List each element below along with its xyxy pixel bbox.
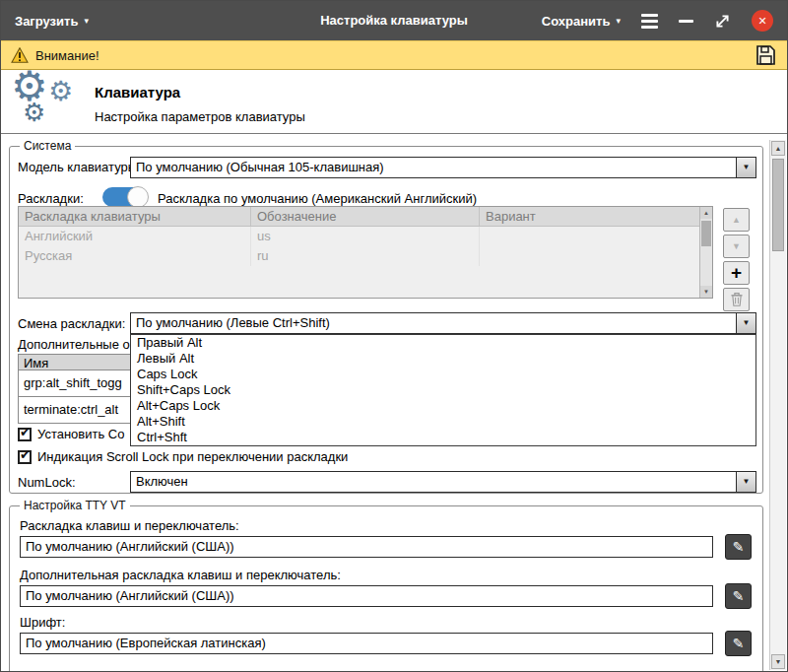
move-up-button[interactable]: ▲ xyxy=(723,208,750,232)
cell-variant xyxy=(480,246,699,266)
save-file-button[interactable] xyxy=(754,43,777,67)
system-group: Система Модель клавиатуры: По умолчанию … xyxy=(9,146,763,494)
warning-icon xyxy=(11,47,29,63)
check-icon: ✔ xyxy=(20,425,31,439)
numlock-value: Включен xyxy=(136,472,733,492)
menu-icon[interactable] xyxy=(641,14,658,29)
main-scrollbar[interactable]: ▲ ▼ xyxy=(769,140,786,670)
caret-down-icon: ▾ xyxy=(84,17,89,26)
layouts-table-header: Раскладка клавиатуры Обозначение Вариант xyxy=(19,207,712,227)
load-menu-button[interactable]: Загрузить ▾ xyxy=(15,14,89,29)
numlock-label: NumLock: xyxy=(18,475,76,490)
arrow-down-icon: ▼ xyxy=(775,658,782,665)
system-group-legend: Система xyxy=(20,139,75,153)
titlebar: Загрузить ▾ Настройка клавиатуры Сохрани… xyxy=(1,1,787,40)
floppy-icon xyxy=(754,43,777,67)
switch-layout-label: Смена раскладки: xyxy=(18,316,125,331)
keyboard-model-combobox[interactable]: По умолчанию (Обычная 105-клавишная) ▼ xyxy=(130,157,756,178)
layouts-default-text: Раскладка по умолчанию (Американский Анг… xyxy=(158,191,477,206)
keyboard-settings-window: Загрузить ▾ Настройка клавиатуры Сохрани… xyxy=(0,0,788,672)
arrow-down-icon: ▼ xyxy=(732,241,741,251)
cell-layout: Русская xyxy=(19,246,251,266)
compose-checkbox-label: Установить Со xyxy=(37,427,124,441)
scroll-down-icon[interactable]: ▼ xyxy=(700,286,712,298)
load-menu-label: Загрузить xyxy=(15,14,78,29)
numlock-combobox[interactable]: Включен ▼ xyxy=(130,471,756,493)
cell-variant xyxy=(480,227,699,246)
layouts-table: Раскладка клавиатуры Обозначение Вариант… xyxy=(18,206,713,299)
dropdown-option[interactable]: Alt+Shift xyxy=(131,414,755,430)
close-button[interactable]: ✕ xyxy=(752,10,773,32)
cell-layout: Английский xyxy=(19,227,251,246)
layouts-toggle[interactable] xyxy=(102,187,148,207)
scrolllock-checkbox-label: Индикация Scroll Lock при переключении р… xyxy=(37,449,348,464)
delete-layout-button[interactable] xyxy=(723,288,750,311)
tty-font-label: Шрифт: xyxy=(20,615,65,630)
combo-arrow-icon[interactable]: ▼ xyxy=(736,158,755,177)
scroll-down-button[interactable]: ▼ xyxy=(771,654,785,669)
checkbox-box[interactable]: ✔ xyxy=(18,428,32,441)
scrollbar-thumb[interactable] xyxy=(772,159,784,251)
warning-text: Внимание! xyxy=(35,48,99,63)
warning-bar: Внимание! xyxy=(1,40,787,70)
trash-icon xyxy=(730,292,744,307)
scroll-up-icon[interactable]: ▲ xyxy=(700,207,712,219)
cell-code: ru xyxy=(251,246,480,266)
pencil-icon: ✎ xyxy=(733,539,745,555)
column-header-layout: Раскладка клавиатуры xyxy=(19,207,251,226)
pencil-icon: ✎ xyxy=(733,636,745,651)
dropdown-option[interactable]: Shift+Caps Lock xyxy=(131,382,755,398)
cell-code: us xyxy=(251,227,480,246)
table-row: Русская ru xyxy=(19,246,712,266)
dropdown-option[interactable]: Ctrl+Shft xyxy=(131,430,755,445)
table-scrollbar[interactable]: ▲ ▼ xyxy=(699,207,712,298)
tty-layout-edit-button[interactable]: ✎ xyxy=(725,534,752,560)
minimize-button[interactable] xyxy=(679,20,693,23)
tty-layout-label: Раскладка клавиш и переключатель: xyxy=(20,518,239,533)
scroll-up-button[interactable]: ▲ xyxy=(771,141,785,156)
caret-down-icon: ▾ xyxy=(616,17,621,26)
dropdown-option[interactable]: Caps Lock xyxy=(131,367,755,382)
dropdown-option[interactable]: Alt+Caps Lock xyxy=(131,398,755,414)
checkbox-box[interactable]: ✔ xyxy=(18,450,32,464)
save-menu-label: Сохранить xyxy=(542,14,611,29)
dropdown-option[interactable]: Правый Alt xyxy=(131,335,755,351)
close-icon: ✕ xyxy=(757,15,766,28)
scrollbar-thumb[interactable] xyxy=(701,221,711,246)
arrow-up-icon: ▲ xyxy=(775,145,782,152)
scrolllock-checkbox[interactable]: ✔ Индикация Scroll Lock при переключении… xyxy=(18,449,348,464)
tty-extra-layout-edit-button[interactable]: ✎ xyxy=(725,583,752,609)
combo-arrow-icon[interactable]: ▼ xyxy=(736,472,755,492)
layouts-label: Раскладки: xyxy=(18,191,84,206)
tty-layout-field[interactable]: По умолчанию (Английский (США)) xyxy=(20,536,713,558)
expand-icon[interactable] xyxy=(714,13,731,30)
pencil-icon: ✎ xyxy=(733,588,745,604)
page-subtitle: Настройка параметров клавиатуры xyxy=(95,109,305,124)
page-header: ⚙ ⚙ ⚙ Клавиатура Настройка параметров кл… xyxy=(1,70,787,134)
keyboard-model-value: По умолчанию (Обычная 105-клавишная) xyxy=(136,158,733,177)
combo-arrow-icon[interactable]: ▼ xyxy=(736,313,755,333)
toggle-knob xyxy=(127,186,149,208)
gear-icon: ⚙ xyxy=(48,78,73,105)
tty-extra-layout-label: Дополнительная раскладка клавиш и перекл… xyxy=(20,568,341,582)
move-down-button[interactable]: ▼ xyxy=(723,235,750,258)
column-header-code: Обозначение xyxy=(251,207,480,226)
switch-layout-dropdown: Правый Alt Левый Alt Caps Lock Shift+Cap… xyxy=(130,334,756,446)
compose-checkbox[interactable]: ✔ Установить Со xyxy=(18,427,124,441)
tty-group: Настройка TTY VT Раскладка клавиш и пере… xyxy=(9,505,763,672)
save-menu-button[interactable]: Сохранить ▾ xyxy=(542,14,621,29)
plus-icon: + xyxy=(731,262,742,283)
tty-font-field[interactable]: По умолчанию (Европейская латинская) xyxy=(20,633,713,654)
keyboard-model-label: Модель клавиатуры: xyxy=(18,160,141,174)
column-header-variant: Вариант xyxy=(480,207,699,226)
gear-icon: ⚙ xyxy=(23,100,45,125)
tty-font-edit-button[interactable]: ✎ xyxy=(725,631,752,656)
page-title: Клавиатура xyxy=(95,84,180,101)
arrow-up-icon: ▲ xyxy=(732,215,741,225)
keyboard-app-icon: ⚙ ⚙ ⚙ xyxy=(9,70,86,131)
dropdown-option[interactable]: Левый Alt xyxy=(131,351,755,367)
add-layout-button[interactable]: + xyxy=(723,261,750,285)
switch-layout-combobox[interactable]: По умолчанию (Левые Ctrl+Shift) ▼ xyxy=(130,312,756,334)
tty-extra-layout-field[interactable]: По умолчанию (Английский (США)) xyxy=(20,585,713,607)
tty-group-legend: Настройка TTY VT xyxy=(20,499,130,512)
